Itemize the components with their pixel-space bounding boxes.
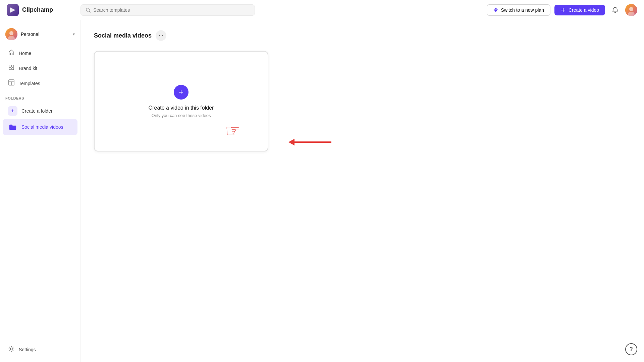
create-video-label: Create a video	[569, 7, 599, 13]
sidebar-item-social-media-videos[interactable]: Social media videos	[3, 119, 77, 135]
sidebar-item-home[interactable]: Home	[3, 46, 77, 61]
svg-rect-16	[9, 68, 11, 70]
user-avatar-header[interactable]	[625, 4, 637, 16]
create-folder-icon: +	[8, 106, 17, 116]
settings-icon	[8, 346, 15, 353]
app-name: Clipchamp	[22, 6, 53, 13]
create-card-title: Create a video in this folder	[149, 105, 214, 111]
header-right: Switch to a new plan Create a video	[487, 4, 637, 16]
create-video-button[interactable]: Create a video	[554, 5, 605, 15]
svg-rect-14	[9, 65, 11, 67]
switch-plan-label: Switch to a new plan	[501, 7, 544, 13]
plus-icon	[560, 7, 566, 13]
user-section[interactable]: Personal ▾	[0, 25, 80, 46]
logo-area: Clipchamp	[7, 4, 74, 16]
red-arrow-annotation	[288, 139, 331, 145]
folders-section-label: FOLDERS	[0, 91, 80, 103]
folder-header: Social media videos ···	[94, 30, 631, 41]
sidebar-item-templates[interactable]: Templates	[3, 76, 77, 91]
user-avatar-sidebar	[5, 28, 17, 40]
create-video-card[interactable]: + Create a video in this folder Only you…	[94, 51, 268, 152]
sidebar-item-templates-label: Templates	[19, 81, 40, 86]
arrow-line	[294, 141, 331, 143]
svg-rect-15	[12, 65, 14, 67]
user-name: Personal	[21, 32, 39, 37]
header: Clipchamp Switch to a new plan Create a …	[0, 0, 644, 20]
content-area: Social media videos ··· + Create a video…	[80, 20, 644, 362]
sidebar-item-brand-kit[interactable]: Brand kit	[3, 61, 77, 76]
folder-title: Social media videos	[94, 32, 152, 39]
diamond-icon	[493, 7, 498, 13]
main-layout: Personal ▾ Home Brand kit	[0, 20, 644, 362]
sidebar-item-brand-kit-label: Brand kit	[19, 66, 37, 71]
svg-rect-17	[12, 68, 14, 70]
folder-icon	[8, 122, 17, 132]
create-folder-item[interactable]: + Create a folder	[3, 103, 77, 119]
sidebar-item-settings[interactable]: Settings	[3, 342, 77, 357]
notifications-button[interactable]	[609, 4, 621, 16]
bell-icon	[612, 7, 619, 13]
create-folder-label: Create a folder	[21, 108, 53, 114]
svg-rect-13	[11, 53, 12, 55]
templates-icon	[8, 79, 15, 87]
sidebar-bottom: Settings	[0, 342, 80, 357]
help-button[interactable]: ?	[625, 343, 637, 355]
search-input[interactable]	[93, 7, 250, 13]
svg-point-8	[629, 7, 633, 11]
svg-line-3	[89, 11, 90, 12]
sidebar: Personal ▾ Home Brand kit	[0, 20, 80, 362]
clipchamp-logo-icon	[7, 4, 19, 16]
create-card-plus-icon: +	[174, 85, 189, 100]
svg-point-21	[10, 348, 12, 350]
search-icon	[86, 7, 91, 13]
switch-plan-button[interactable]: Switch to a new plan	[487, 4, 550, 16]
search-bar[interactable]	[80, 4, 255, 16]
create-card-subtitle: Only you can see these videos	[151, 113, 211, 118]
home-icon	[8, 49, 15, 57]
chevron-down-icon: ▾	[73, 32, 75, 37]
arrow-head	[288, 139, 294, 145]
svg-point-11	[9, 31, 13, 35]
settings-label: Settings	[19, 347, 36, 352]
sidebar-item-home-label: Home	[19, 51, 31, 56]
social-media-videos-label: Social media videos	[21, 124, 63, 130]
folder-more-button[interactable]: ···	[156, 30, 166, 41]
brand-kit-icon	[8, 64, 15, 72]
cursor-hand-icon: ☞	[225, 121, 241, 141]
